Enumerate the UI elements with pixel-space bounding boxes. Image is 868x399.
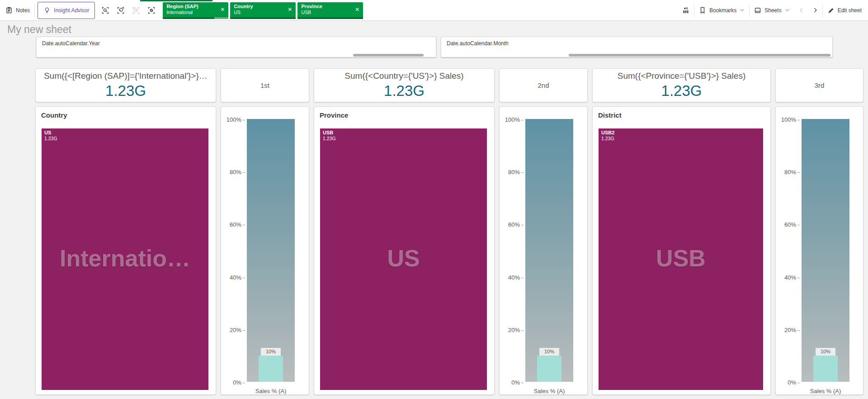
x-axis-label: Sales % (A): [247, 388, 295, 394]
selected-bar[interactable]: [259, 356, 283, 382]
close-icon[interactable]: ✕: [220, 6, 225, 13]
y-tick: 0%: [500, 379, 520, 386]
step-forward-button[interactable]: [131, 5, 141, 15]
selected-bar[interactable]: [813, 356, 838, 382]
bar-plot[interactable]: 100% 80% 60% 40% 20% 0% 10% Sales % (A): [221, 107, 309, 394]
y-tick: 40%: [221, 274, 241, 281]
treemap-leaf-label-group: US 1.23G: [44, 130, 57, 141]
selection-progress-line: [140, 0, 212, 1]
rank-label: 3rd: [815, 81, 825, 89]
filter-listbox-year[interactable]: Date.autoCalendar.Year: [36, 37, 436, 57]
y-tick: 80%: [776, 169, 796, 176]
selected-bar[interactable]: [537, 356, 561, 382]
rank-tile-3rd[interactable]: 3rd: [775, 68, 863, 102]
treemap-leaf-label-group: USB2 1.23G: [601, 130, 614, 141]
bookmarks-button[interactable]: Bookmarks: [694, 0, 749, 20]
leaf-label: USB2: [601, 130, 614, 136]
sheets-button[interactable]: Sheets: [750, 0, 794, 20]
horizontal-scrollbar[interactable]: [353, 54, 424, 57]
insight-advisor-label: Insight Advisor: [54, 7, 89, 14]
total-bar[interactable]: [247, 119, 295, 382]
y-tick: 100%: [500, 116, 520, 124]
chip-field: Country: [234, 4, 285, 10]
close-icon[interactable]: ✕: [355, 6, 359, 13]
previous-sheet-button[interactable]: [794, 7, 808, 13]
notes-icon: [5, 7, 13, 14]
chip-value: USB: [301, 10, 352, 15]
leaf-value: 1.23G: [601, 136, 614, 141]
chart-title: District: [598, 111, 622, 119]
chip-value: International: [166, 10, 217, 15]
insight-advisor-button[interactable]: Insight Advisor: [38, 2, 95, 19]
total-bar[interactable]: [525, 119, 573, 382]
app-objects-button[interactable]: [678, 0, 694, 20]
kpi-province-sales[interactable]: Sum({<Province={'USB'}>} Sales) 1.23G: [592, 68, 771, 102]
search-selections-icon: [102, 7, 109, 14]
edit-sheet-label: Edit sheet: [838, 7, 862, 14]
barchart-sales-pct-1[interactable]: 100% 80% 60% 40% 20% 0% 10% Sales % (A): [221, 106, 309, 395]
filter-listbox-month[interactable]: Date.autoCalendar.Month: [441, 37, 833, 57]
barchart-sales-pct-3[interactable]: 100% 80% 60% 40% 20% 0% 10% Sales % (A): [775, 106, 863, 395]
edit-sheet-button[interactable]: Edit sheet: [823, 0, 866, 20]
selection-chip-province[interactable]: Province USB ✕: [297, 2, 363, 19]
rank-tile-2nd[interactable]: 2nd: [499, 68, 588, 102]
selection-chip-region[interactable]: Region (SAP) International ✕: [163, 2, 228, 19]
treemap-rect[interactable]: USB 1.23G US: [320, 128, 487, 390]
filter-field-label: Date.autoCalendar.Month: [447, 40, 509, 47]
y-tick: 40%: [776, 274, 796, 281]
barchart-sales-pct-2[interactable]: 100% 80% 60% 40% 20% 0% 10% Sales % (A): [499, 106, 588, 395]
selection-chip-country[interactable]: Country US ✕: [230, 2, 296, 19]
pencil-icon: [827, 7, 835, 14]
bar-value-label: 10%: [539, 348, 559, 356]
dimension-watermark: Internatio…: [42, 245, 208, 272]
y-tick: 20%: [500, 327, 520, 334]
leaf-label: USB: [323, 130, 336, 136]
kpi-region-sales[interactable]: Sum({<[Region (SAP)]={'International'}>}…: [35, 68, 216, 102]
kpi-country-sales[interactable]: Sum({<Country={'US'}>} Sales) 1.23G: [314, 68, 495, 102]
y-tick: 20%: [776, 327, 796, 334]
step-back-button[interactable]: [116, 5, 126, 15]
sheets-icon: [754, 7, 761, 14]
total-bar[interactable]: [802, 119, 849, 382]
y-tick: 80%: [221, 169, 241, 176]
x-axis-label: Sales % (A): [802, 388, 849, 394]
bar-plot[interactable]: 100% 80% 60% 40% 20% 0% 10% Sales % (A): [776, 107, 863, 394]
sheet-canvas: My new sheet Date.autoCalendar.Year Date…: [0, 21, 868, 399]
selection-chips: Region (SAP) International ✕ Country US …: [163, 0, 363, 20]
y-tick: 60%: [500, 221, 520, 228]
treemap-leaf-label-group: USB 1.23G: [323, 130, 336, 141]
notes-label: Notes: [16, 7, 30, 14]
chevron-down-icon: [785, 8, 790, 13]
search-selections-button[interactable]: [100, 5, 110, 15]
treemap-province[interactable]: Province USB 1.23G US: [314, 106, 495, 395]
app-objects-icon: [682, 7, 689, 14]
bar-value-label: 10%: [261, 348, 281, 356]
treemap-rect[interactable]: US 1.23G Internatio…: [42, 128, 208, 390]
rank-tile-1st[interactable]: 1st: [221, 68, 309, 102]
leaf-label: US: [44, 130, 57, 136]
y-tick: 60%: [221, 221, 241, 228]
treemap-rect[interactable]: USB2 1.23G USB: [599, 128, 763, 390]
treemap-district[interactable]: District USB2 1.23G USB: [592, 106, 771, 395]
close-icon[interactable]: ✕: [288, 6, 292, 13]
filter-field-label: Date.autoCalendar.Year: [42, 40, 100, 47]
x-axis-label: Sales % (A): [525, 388, 573, 394]
kpi-title: Sum({<Province={'USB'}>} Sales): [618, 71, 745, 81]
next-sheet-button[interactable]: [808, 7, 822, 13]
clear-selections-button[interactable]: [146, 5, 156, 15]
y-tick: 80%: [500, 169, 520, 176]
rank-label: 1st: [260, 81, 269, 89]
horizontal-scrollbar[interactable]: [569, 54, 830, 57]
kpi-value: 1.23G: [384, 82, 425, 100]
treemap-country[interactable]: Country US 1.23G Internatio…: [35, 106, 216, 395]
chevron-left-icon: [798, 7, 804, 13]
kpi-value: 1.23G: [105, 82, 146, 100]
chip-field: Region (SAP): [166, 4, 217, 10]
chart-title: Country: [41, 111, 67, 119]
bar-plot[interactable]: 100% 80% 60% 40% 20% 0% 10% Sales % (A): [500, 107, 587, 394]
separator: [34, 4, 35, 17]
notes-button[interactable]: Notes: [1, 0, 34, 20]
kpi-value: 1.23G: [661, 82, 702, 100]
bookmark-icon: [699, 7, 706, 14]
clear-selections-icon: [148, 7, 155, 14]
